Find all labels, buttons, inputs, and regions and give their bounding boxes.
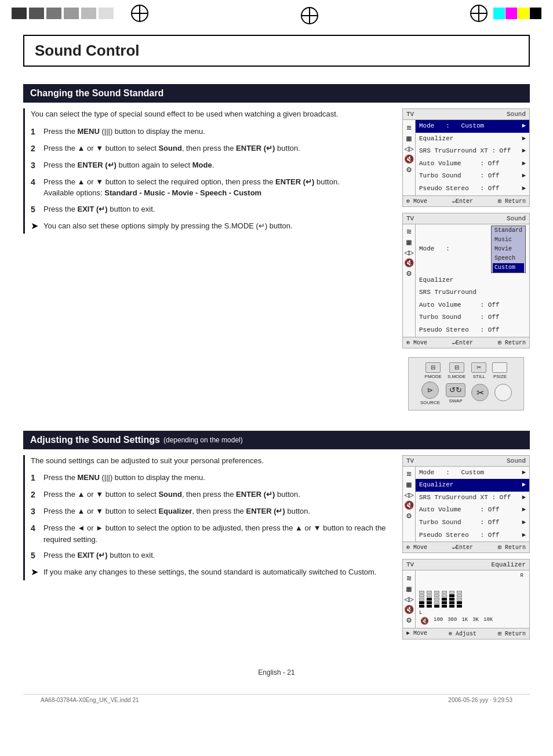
step-item: 5 Press the EXIT (↵) button to exit. xyxy=(31,550,391,562)
step-content: Press the EXIT (↵) button to exit. xyxy=(43,203,391,216)
remote-btn-pmode: ⊟ PMODE xyxy=(425,362,442,379)
tv-icon-settings: ⚙ xyxy=(406,615,411,625)
tv-menu-label: SRS TruSurround XT : Off xyxy=(419,146,519,157)
reg-mark-right xyxy=(470,5,487,22)
step-content: Press the ▲ or ▼ button to select Equali… xyxy=(43,506,391,518)
tv-menu-label: SRS TruSurround XT : Off xyxy=(419,493,519,503)
step-num: 5 xyxy=(31,550,43,562)
tv-icon-settings: ⚙ xyxy=(406,268,411,279)
section2-intro: The sound settings can be adjusted to su… xyxy=(31,455,391,467)
tv-menu-content: Mode : Custom ► Equalizer ► SRS TruSurro… xyxy=(416,120,529,195)
footer-move: ⊕ Move xyxy=(406,339,427,346)
tv-icons-col: ≋ ▦ ◁▷ 🔇 ⚙ xyxy=(403,467,416,542)
section1-note: ➤ You can also set these options simply … xyxy=(31,220,391,232)
eq-segment xyxy=(427,594,432,597)
section1-body: You can select the type of special sound… xyxy=(23,108,530,413)
scissors-icon[interactable]: ✂ xyxy=(471,384,489,401)
smode-icon: ⊟ xyxy=(449,362,464,373)
tv-menu-label: Equalizer xyxy=(419,134,519,144)
eq-freq-3k: 3K xyxy=(472,617,479,626)
eq-segment-filled xyxy=(427,605,432,608)
remote-btn-source: ⊳ SOURCE xyxy=(420,381,440,405)
page-number: English - 21 xyxy=(258,668,294,677)
eq-freq-labels: 🔇 100 300 1K 3K 10K xyxy=(419,617,526,626)
gray-block xyxy=(81,8,96,19)
section-changing-sound-standard: Changing the Sound Standard You can sele… xyxy=(23,84,530,413)
page-title: Sound Control xyxy=(35,42,140,59)
gray-block xyxy=(29,8,44,19)
smode2-icon[interactable]: ↺↻ xyxy=(446,383,465,397)
top-marks xyxy=(0,0,553,23)
tv-icon-antenna: ≋ xyxy=(406,469,411,479)
tv-icon-sound: ◁▷ xyxy=(404,248,414,258)
tv-panel2-footer: ⊕ Move ↵Enter ⊞ Return xyxy=(403,337,529,348)
footer-adjust: ⊕ Adjust xyxy=(449,630,476,637)
tv-menu-row-pseudo: Pseudo Stereo : Off ► xyxy=(416,529,529,542)
pmode-icon: ⊟ xyxy=(425,362,441,373)
footer-return: ⊞ Return xyxy=(498,544,526,551)
note-content: If you make any changes to these setting… xyxy=(43,566,376,578)
source-label: SOURCE xyxy=(420,400,440,405)
step-item: 5 Press the EXIT (↵) button to exit. xyxy=(31,203,391,216)
tv-panel3-inner: ≋ ▦ ◁▷ 🔇 ⚙ Mode : Custom ► xyxy=(403,467,529,542)
tv-menu-label: Mode : Custom xyxy=(419,468,519,478)
tv-icon-sound: ◁▷ xyxy=(404,143,414,154)
tv-panel3-footer: ⊕ Move ↵Enter ⊞ Return xyxy=(403,541,529,553)
eq-segment xyxy=(457,598,462,601)
footer-return: ⊞ Return xyxy=(498,630,526,637)
eq-segment xyxy=(419,598,424,601)
section2-subtitle: (depending on the model) xyxy=(163,436,243,444)
tv-panel-eq-inner: ≋ ▦ ◁▷ 🔇 ⚙ R xyxy=(403,570,529,628)
tv-label: TV xyxy=(406,111,414,118)
gray-block xyxy=(99,8,114,19)
tv-menu-arrow: ► xyxy=(522,518,526,528)
tv-menu-row-autovol: Auto Volume : Off ► xyxy=(416,158,529,170)
tv-panel-3: TV Sound ≋ ▦ ◁▷ 🔇 ⚙ Mode xyxy=(402,455,530,554)
step-item: 1 Press the MENU (|||) button to display… xyxy=(31,472,391,484)
eq-freq-1k: 1K xyxy=(461,617,468,626)
footer-enter: ↵Enter xyxy=(452,198,473,205)
footer-enter: ↵Enter xyxy=(452,544,473,551)
eq-bar-6 xyxy=(457,591,462,608)
footer-left: AA68-03784A-X0Eng_UK_VE.indd 21 xyxy=(41,697,139,703)
tv-panel-2: TV Sound ≋ ▦ ◁▷ 🔇 ⚙ Mode xyxy=(402,213,530,348)
tv-menu-label: Auto Volume : Off xyxy=(419,300,526,311)
tv-menu-arrow: ► xyxy=(522,146,526,157)
eq-segment xyxy=(434,594,439,597)
tv-panel1-footer: ⊕ Move ↵Enter ⊞ Return xyxy=(403,195,529,206)
tv-icon-sound: ◁▷ xyxy=(404,490,414,500)
eq-segment xyxy=(419,591,424,594)
tv-menu-label: Pseudo Stereo : Off xyxy=(419,530,519,541)
round-btn-icon[interactable] xyxy=(494,384,512,401)
step-item: 3 Press the ENTER (↵) button again to se… xyxy=(31,159,391,172)
step-item: 3 Press the ▲ or ▼ button to select Equa… xyxy=(31,506,391,518)
tv-panel-equalizer: TV Equalizer ≋ ▦ ◁▷ 🔇 ⚙ R xyxy=(402,559,530,639)
page-title-box: Sound Control xyxy=(23,35,530,67)
gray-blocks xyxy=(12,8,114,19)
color-bar-cyan xyxy=(493,8,505,19)
reg-mark-center xyxy=(301,7,318,24)
eq-segment xyxy=(457,591,462,594)
footer-return: ⊞ Return xyxy=(498,198,526,205)
eq-segment-filled xyxy=(457,605,462,608)
step-num: 3 xyxy=(31,159,43,172)
footer-enter: ↵Enter xyxy=(452,339,473,346)
tv-menu-arrow: ► xyxy=(522,171,526,181)
tv-menu-row-autovol: Auto Volume : Off xyxy=(416,299,529,312)
psize-icon xyxy=(492,362,507,373)
tv-menu-row-equalizer: Equalizer ► xyxy=(416,133,529,146)
tv-sound-label: Sound xyxy=(507,457,526,464)
eq-segment xyxy=(457,594,462,597)
source-icon[interactable]: ⊳ xyxy=(421,381,439,399)
tv-sound-label: Sound xyxy=(507,111,526,118)
tv-icons-col: ≋ ▦ ◁▷ 🔇 ⚙ xyxy=(403,570,416,628)
tv-icon-grid: ▦ xyxy=(406,133,411,143)
eq-freq-300: 300 xyxy=(448,617,457,626)
eq-segment-filled xyxy=(427,601,432,604)
pmode-label: PMODE xyxy=(425,374,442,379)
tv-panel2-inner: ≋ ▦ ◁▷ 🔇 ⚙ Mode : Standard xyxy=(403,224,529,337)
eq-segment-filled xyxy=(419,601,424,604)
gray-block xyxy=(46,8,61,19)
tv-panel-1: TV Sound ≋ ▦ ◁▷ 🔇 ⚙ Mode xyxy=(402,108,530,207)
tv-menu-row-turbo: Turbo Sound : Off ► xyxy=(416,517,529,529)
